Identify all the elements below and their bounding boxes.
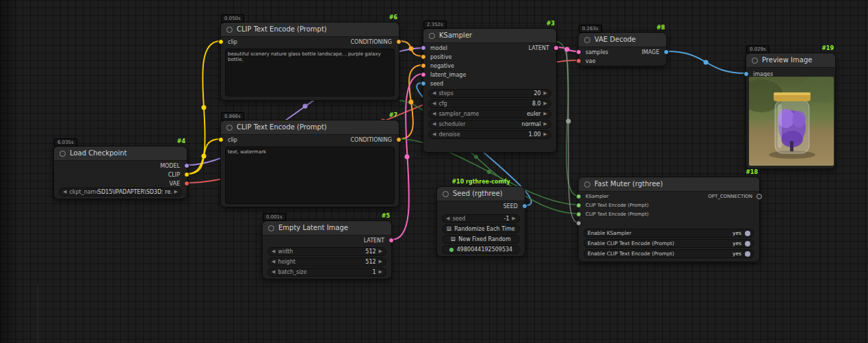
- prev-value-icon[interactable]: ◀: [432, 120, 436, 129]
- node-title[interactable]: Load Checkpoint: [54, 147, 187, 161]
- decrement-icon[interactable]: ◀: [432, 89, 436, 98]
- next-value-icon[interactable]: ▶: [544, 120, 547, 129]
- output-port-latent[interactable]: [389, 238, 394, 243]
- node-title[interactable]: KSampler: [423, 29, 556, 43]
- negative-prompt-textarea[interactable]: text, watermark: [225, 147, 395, 204]
- sampler-name-widget[interactable]: ◀ sampler_name euler ▶: [428, 110, 551, 118]
- output-port-opt-connection[interactable]: [757, 194, 762, 199]
- denoise-widget[interactable]: ◀ denoise 1.00 ▶: [428, 130, 551, 139]
- node-fast-muter[interactable]: #18 Fast Muter (rgthree) KSampler CLIP T…: [578, 177, 760, 262]
- generated-image: [749, 77, 834, 166]
- output-port-latent[interactable]: [553, 45, 559, 51]
- increment-icon[interactable]: ▶: [379, 247, 382, 256]
- input-port-clip[interactable]: [218, 39, 224, 45]
- node-title[interactable]: Empty Latent Image: [263, 221, 391, 236]
- input-port-clip[interactable]: [218, 137, 224, 142]
- node-title[interactable]: CLIP Text Encode (Prompt): [221, 120, 399, 135]
- collapse-dot-icon[interactable]: [752, 58, 758, 64]
- output-port-model[interactable]: [184, 163, 189, 168]
- new-fixed-random-button[interactable]: ⚄ New Fixed Random: [442, 235, 520, 244]
- input-port-extra[interactable]: [576, 220, 581, 226]
- increment-icon[interactable]: ▶: [544, 89, 547, 98]
- ckpt-name-widget[interactable]: ◀ ckpt_name SD15\IPADAPTER\SD3D: re... ▶: [59, 188, 182, 196]
- decrement-icon[interactable]: ◀: [432, 99, 436, 108]
- decrement-icon[interactable]: ◀: [432, 130, 436, 139]
- input-port-clip-encode-1[interactable]: [576, 203, 581, 208]
- timing-badge: 6.035s: [54, 138, 77, 147]
- collapse-dot-icon[interactable]: [60, 151, 66, 157]
- output-port-clip[interactable]: [184, 172, 189, 177]
- collapse-dot-icon[interactable]: [584, 37, 590, 43]
- input-port-negative[interactable]: [421, 63, 426, 68]
- decrement-icon[interactable]: ◀: [272, 257, 275, 266]
- width-widget[interactable]: ◀ width 512 ▶: [267, 247, 386, 256]
- randomize-each-time-button[interactable]: ⚄ Randomize Each Time: [442, 225, 520, 233]
- node-title[interactable]: VAE Decode: [579, 33, 666, 47]
- toggle-enable-clip-encode-2[interactable]: Enable CLIP Text Encode (Prompt) yes: [583, 249, 754, 258]
- output-port-conditioning[interactable]: [396, 137, 402, 142]
- toggle-knob[interactable]: [745, 251, 750, 257]
- collapse-dot-icon[interactable]: [429, 33, 435, 39]
- prev-value-icon[interactable]: ◀: [432, 110, 436, 118]
- increment-icon[interactable]: ▶: [544, 130, 547, 139]
- increment-icon[interactable]: ▶: [512, 214, 516, 223]
- input-port-clip-encode-2[interactable]: [576, 212, 581, 217]
- node-title[interactable]: Preview Image: [746, 53, 835, 68]
- node-preview-image[interactable]: 0.029s #19 Preview Image images: [746, 53, 836, 169]
- last-seed-button[interactable]: ● 4980044192509534: [442, 245, 520, 254]
- output-port-conditioning[interactable]: [396, 39, 402, 45]
- next-value-icon[interactable]: ▶: [544, 110, 547, 118]
- node-clip-text-encode-negative[interactable]: 0.866s #7 CLIP Text Encode (Prompt) clip…: [220, 120, 399, 207]
- node-seed-rgthree[interactable]: #10 rgthree-comfy Seed (rgthree) SEED ◀ …: [436, 186, 525, 257]
- increment-icon[interactable]: ▶: [544, 99, 547, 108]
- scheduler-widget[interactable]: ◀ scheduler normal ▶: [428, 120, 551, 129]
- output-port-image[interactable]: [663, 49, 669, 55]
- increment-icon[interactable]: ▶: [379, 257, 382, 266]
- node-empty-latent-image[interactable]: 0.001s #5 Empty Latent Image LATENT ◀ wi…: [262, 220, 392, 279]
- input-port-seed[interactable]: [421, 81, 426, 86]
- input-port-samples[interactable]: [576, 49, 581, 55]
- increment-icon[interactable]: ▶: [379, 268, 382, 277]
- positive-prompt-textarea[interactable]: beautiful scenery nature glass bottle la…: [225, 49, 395, 97]
- cfg-widget[interactable]: ◀ cfg 8.0 ▶: [428, 99, 551, 108]
- sprout-icon: ●: [449, 246, 454, 253]
- input-port-positive[interactable]: [421, 54, 426, 60]
- next-value-icon[interactable]: ▶: [174, 188, 178, 196]
- input-port-latent-image[interactable]: [421, 72, 426, 77]
- node-title[interactable]: Fast Muter (rgthree): [579, 177, 759, 192]
- output-port-seed[interactable]: [522, 203, 527, 209]
- input-port-model[interactable]: [421, 45, 426, 51]
- toggle-enable-clip-encode-1[interactable]: Enable CLIP Text Encode (Prompt) yes: [583, 239, 754, 248]
- node-clip-text-encode-positive[interactable]: 0.050s #6 CLIP Text Encode (Prompt) clip…: [220, 22, 399, 101]
- toggle-knob[interactable]: [745, 231, 750, 236]
- node-load-checkpoint[interactable]: 6.035s #4 Load Checkpoint MODEL CLIP VAE…: [53, 146, 187, 199]
- node-graph-canvas[interactable]: 6.035s #4 Load Checkpoint MODEL CLIP VAE…: [0, 0, 868, 343]
- collapse-dot-icon[interactable]: [443, 191, 449, 197]
- node-title[interactable]: CLIP Text Encode (Prompt): [221, 23, 399, 37]
- toggle-knob[interactable]: [745, 241, 750, 246]
- node-ksampler[interactable]: 2.352s #3 KSampler model positive negati…: [423, 28, 557, 153]
- collapse-dot-icon[interactable]: [226, 125, 233, 131]
- toggle-enable-ksampler[interactable]: Enable KSampler yes: [583, 229, 754, 238]
- seed-widget[interactable]: ◀ seed -1 ▶: [442, 214, 520, 223]
- node-title[interactable]: Seed (rgthree): [437, 187, 525, 201]
- input-port-images[interactable]: [744, 71, 749, 77]
- preview-image-content[interactable]: [749, 77, 834, 166]
- collapse-dot-icon[interactable]: [226, 27, 233, 33]
- output-port-vae[interactable]: [184, 181, 189, 186]
- decrement-icon[interactable]: ◀: [272, 268, 275, 277]
- height-widget[interactable]: ◀ height 512 ▶: [267, 257, 386, 266]
- widget-name: steps: [438, 90, 453, 97]
- decrement-icon[interactable]: ◀: [272, 247, 275, 256]
- batch-size-widget[interactable]: ◀ batch_size 1 ▶: [267, 268, 386, 277]
- input-port-vae[interactable]: [576, 58, 581, 64]
- collapse-dot-icon[interactable]: [268, 225, 274, 231]
- steps-widget[interactable]: ◀ steps 20 ▶: [428, 89, 551, 98]
- prev-value-icon[interactable]: ◀: [63, 188, 66, 196]
- decrement-icon[interactable]: ◀: [446, 214, 449, 223]
- input-port-ksampler[interactable]: [576, 194, 581, 199]
- collapse-dot-icon[interactable]: [584, 181, 590, 188]
- node-title-label: Load Checkpoint: [70, 147, 127, 160]
- node-vae-decode[interactable]: 0.263s #8 VAE Decode samples vae IMAGE: [578, 32, 667, 66]
- button-label: New Fixed Random: [458, 236, 510, 242]
